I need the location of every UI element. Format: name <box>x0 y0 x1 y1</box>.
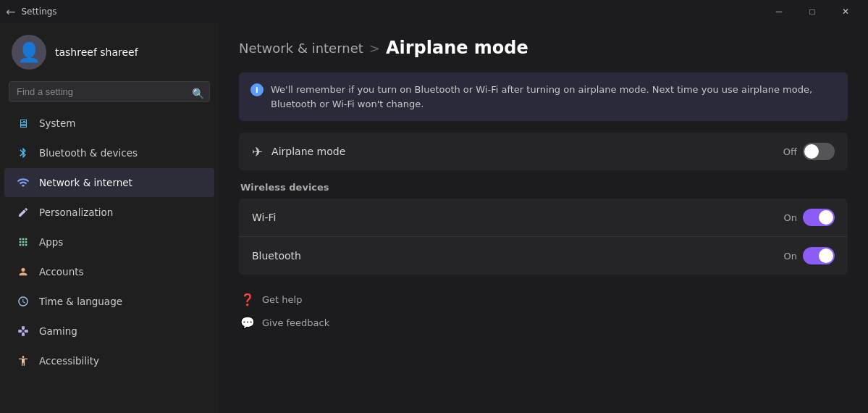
title-bar-left: ← Settings <box>6 5 57 19</box>
close-button[interactable]: ✕ <box>829 0 862 23</box>
search-container: 🔍 <box>0 78 219 108</box>
sidebar-label-system: System <box>39 117 75 129</box>
apps-icon <box>16 235 30 249</box>
bluetooth-toggle-knob <box>819 249 833 263</box>
wireless-section: Wi-Fi On Bluetooth On <box>239 199 848 275</box>
wifi-toggle-label: On <box>784 212 797 223</box>
sidebar-label-accessibility: Accessibility <box>39 355 99 367</box>
maximize-button[interactable]: □ <box>796 0 829 23</box>
search-input[interactable] <box>9 81 210 102</box>
sidebar-item-bluetooth[interactable]: Bluetooth & devices <box>4 138 214 167</box>
airplane-mode-row[interactable]: ✈ Airplane mode Off <box>239 133 848 170</box>
airplane-mode-label: ✈ Airplane mode <box>252 144 345 159</box>
user-profile[interactable]: 👤 tashreef shareef <box>0 23 219 78</box>
footer-links: ❓ Get help 💬 Give feedback <box>239 289 848 333</box>
sidebar-label-personalization: Personalization <box>39 206 113 218</box>
info-text: We'll remember if you turn on Bluetooth … <box>271 83 836 111</box>
bluetooth-row[interactable]: Bluetooth On <box>239 237 848 275</box>
wifi-right: On <box>784 209 835 226</box>
bluetooth-toggle-label: On <box>784 251 797 262</box>
bluetooth-toggle[interactable] <box>803 247 835 264</box>
avatar-icon: 👤 <box>17 41 41 63</box>
sidebar-item-accounts[interactable]: Accounts <box>4 257 214 286</box>
avatar: 👤 <box>12 35 46 70</box>
wireless-section-header: Wireless devices <box>239 182 848 193</box>
info-box: i We'll remember if you turn on Bluetoot… <box>239 72 848 121</box>
wifi-toggle[interactable] <box>803 209 835 226</box>
airplane-toggle-knob <box>804 144 819 159</box>
give-feedback-label: Give feedback <box>262 317 329 328</box>
sidebar-item-personalization[interactable]: Personalization <box>4 198 214 227</box>
title-bar: ← Settings ─ □ ✕ <box>0 0 868 23</box>
sidebar-label-time: Time & language <box>39 296 122 307</box>
get-help-label: Get help <box>262 294 302 305</box>
airplane-mode-text: Airplane mode <box>271 146 345 157</box>
wifi-toggle-knob <box>819 210 833 225</box>
nav-list: 🖥 System Bluetooth & devices Network & i… <box>0 108 219 376</box>
system-icon: 🖥 <box>16 116 30 130</box>
sidebar-item-gaming[interactable]: Gaming <box>4 317 214 346</box>
breadcrumb-parent[interactable]: Network & internet <box>239 41 363 56</box>
personalization-icon <box>16 205 30 220</box>
window-controls: ─ □ ✕ <box>762 0 862 23</box>
breadcrumb: Network & internet > Airplane mode <box>239 38 848 58</box>
sidebar-item-accessibility[interactable]: Accessibility <box>4 346 214 375</box>
bluetooth-label: Bluetooth <box>252 250 301 262</box>
sidebar-item-system[interactable]: 🖥 System <box>4 109 214 138</box>
give-feedback-link[interactable]: 💬 Give feedback <box>239 312 848 333</box>
sidebar-label-gaming: Gaming <box>39 325 77 337</box>
back-arrow[interactable]: ← <box>6 5 15 19</box>
airplane-icon: ✈ <box>252 144 263 159</box>
sidebar-label-bluetooth: Bluetooth & devices <box>39 147 138 159</box>
airplane-toggle-wrap: Off <box>783 143 835 160</box>
search-icon: 🔍 <box>192 88 204 99</box>
minimize-button[interactable]: ─ <box>762 0 796 23</box>
sidebar-label-apps: Apps <box>39 236 63 248</box>
sidebar-item-apps[interactable]: Apps <box>4 228 214 256</box>
accounts-icon <box>16 264 30 279</box>
app-title: Settings <box>21 7 56 17</box>
bluetooth-right: On <box>784 247 835 264</box>
bluetooth-icon <box>16 146 30 160</box>
breadcrumb-current: Airplane mode <box>386 38 528 58</box>
sidebar-label-network: Network & internet <box>39 177 132 188</box>
main-content: Network & internet > Airplane mode i We'… <box>219 23 868 413</box>
sidebar-item-network[interactable]: Network & internet <box>4 168 214 197</box>
airplane-toggle-label: Off <box>783 146 797 157</box>
accessibility-icon <box>16 354 30 368</box>
app-container: 👤 tashreef shareef 🔍 🖥 System Bluetooth … <box>0 23 868 413</box>
time-icon <box>16 294 30 309</box>
wifi-label: Wi-Fi <box>252 212 276 223</box>
info-icon: i <box>250 83 264 96</box>
network-icon <box>16 175 30 190</box>
airplane-mode-toggle[interactable] <box>803 143 835 160</box>
sidebar: 👤 tashreef shareef 🔍 🖥 System Bluetooth … <box>0 23 219 413</box>
breadcrumb-separator: > <box>369 41 380 56</box>
username: tashreef shareef <box>55 46 138 58</box>
feedback-icon: 💬 <box>240 315 255 330</box>
sidebar-label-accounts: Accounts <box>39 266 84 278</box>
get-help-link[interactable]: ❓ Get help <box>239 289 848 309</box>
help-icon: ❓ <box>240 292 255 306</box>
gaming-icon <box>16 324 30 338</box>
wifi-row[interactable]: Wi-Fi On <box>239 199 848 237</box>
sidebar-item-time[interactable]: Time & language <box>4 287 214 316</box>
